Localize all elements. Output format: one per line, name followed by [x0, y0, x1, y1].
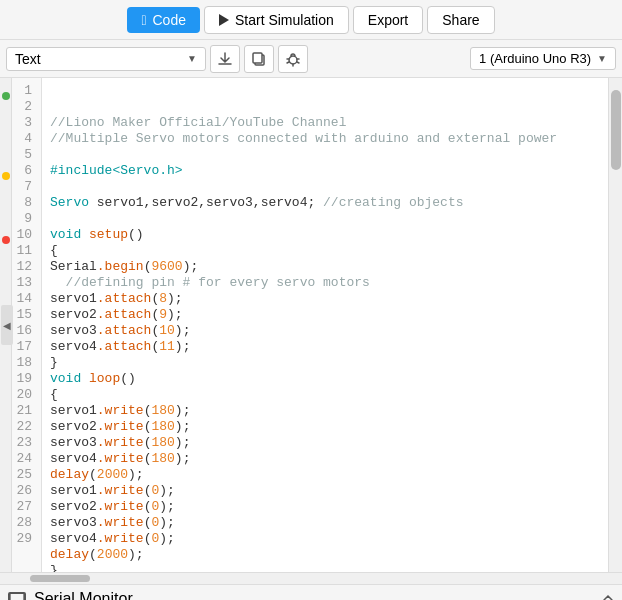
copy-button[interactable]	[244, 45, 274, 73]
text-mode-label: Text	[15, 51, 41, 67]
code-line[interactable]: servo3.write(0);	[50, 515, 600, 531]
line-number: 5	[12, 147, 36, 163]
line-number: 29	[12, 531, 36, 547]
line-number: 10	[12, 227, 36, 243]
code-line[interactable]: Serial.begin(9600);	[50, 259, 600, 275]
code-line[interactable]: servo2.write(0);	[50, 499, 600, 515]
code-line[interactable]: servo2.attach(9);	[50, 307, 600, 323]
line-number: 4	[12, 131, 36, 147]
line-marker	[0, 440, 11, 456]
code-line[interactable]: //defining pin # for every servo motors	[50, 275, 600, 291]
line-number: 21	[12, 403, 36, 419]
serial-expand-icon[interactable]	[602, 590, 614, 601]
simulate-label: Start Simulation	[235, 12, 334, 28]
line-marker	[0, 152, 11, 168]
code-line[interactable]: servo3.write(180);	[50, 435, 600, 451]
line-number: 3	[12, 115, 36, 131]
code-line[interactable]: }	[50, 355, 600, 371]
code-line[interactable]: servo3.attach(10);	[50, 323, 600, 339]
line-number: 27	[12, 499, 36, 515]
share-button[interactable]: Share	[427, 6, 494, 34]
editor-toolbar: Text ▼ 1 (Arduino Uno R3) ▼	[0, 40, 622, 78]
line-marker	[0, 344, 11, 360]
line-marker	[0, 280, 11, 296]
line-number: 25	[12, 467, 36, 483]
code-label: Code	[153, 12, 186, 28]
serial-monitor-bar[interactable]: Serial Monitor	[0, 584, 622, 600]
line-number: 14	[12, 291, 36, 307]
simulate-button[interactable]: Start Simulation	[204, 6, 349, 34]
line-marker	[0, 264, 11, 280]
line-marker	[0, 184, 11, 200]
code-button[interactable]:  Code	[127, 7, 200, 33]
line-number: 9	[12, 211, 36, 227]
line-marker	[0, 456, 11, 472]
text-mode-select[interactable]: Text ▼	[6, 47, 206, 71]
line-number: 6	[12, 163, 36, 179]
collapse-icon: ◀	[3, 320, 11, 331]
code-line[interactable]: servo1.write(0);	[50, 483, 600, 499]
code-line[interactable]: {	[50, 243, 600, 259]
code-line[interactable]: servo4.write(180);	[50, 451, 600, 467]
line-marker	[0, 248, 11, 264]
play-icon	[219, 14, 229, 26]
line-number: 7	[12, 179, 36, 195]
code-content[interactable]: //Liono Maker Official/YouTube Channel//…	[42, 78, 608, 572]
scrollbar-thumb[interactable]	[611, 90, 621, 170]
line-marker	[0, 168, 11, 184]
chevron-down-icon: ▼	[597, 53, 607, 64]
download-button[interactable]	[210, 45, 240, 73]
line-number: 1	[12, 83, 36, 99]
board-select[interactable]: 1 (Arduino Uno R3) ▼	[470, 47, 616, 70]
right-scrollbar[interactable]	[608, 78, 622, 572]
export-button[interactable]: Export	[353, 6, 423, 34]
code-line[interactable]: servo2.write(180);	[50, 419, 600, 435]
line-number: 17	[12, 339, 36, 355]
code-line[interactable]	[50, 211, 600, 227]
main-toolbar:  Code Start Simulation Export Share	[0, 0, 622, 40]
horizontal-scrollbar-thumb[interactable]	[30, 575, 90, 582]
line-number: 22	[12, 419, 36, 435]
code-line[interactable]: servo1.write(180);	[50, 403, 600, 419]
export-label: Export	[368, 12, 408, 28]
code-line[interactable]: servo4.write(0);	[50, 531, 600, 547]
bug-button[interactable]	[278, 45, 308, 73]
copy-icon	[251, 51, 267, 67]
line-number: 26	[12, 483, 36, 499]
code-line[interactable]: delay(2000);	[50, 467, 600, 483]
line-marker	[0, 536, 11, 552]
code-line[interactable]: void setup()	[50, 227, 600, 243]
bottom-scrollbar[interactable]	[0, 572, 622, 584]
line-marker	[0, 120, 11, 136]
code-line[interactable]: }	[50, 563, 600, 572]
collapse-arrow[interactable]: ◀	[1, 305, 13, 345]
line-marker	[0, 88, 11, 104]
line-number: 2	[12, 99, 36, 115]
code-line[interactable]: //Liono Maker Official/YouTube Channel	[50, 115, 600, 131]
svg-rect-1	[253, 53, 262, 63]
code-editor: ◀ 12345678910111213141516171819202122232…	[0, 78, 622, 572]
code-line[interactable]: #include<Servo.h>	[50, 163, 600, 179]
code-line[interactable]	[50, 147, 600, 163]
serial-monitor-label: Serial Monitor	[34, 590, 133, 601]
board-label: 1 (Arduino Uno R3)	[479, 51, 591, 66]
code-line[interactable]: servo1.attach(8);	[50, 291, 600, 307]
line-marker	[0, 488, 11, 504]
svg-rect-3	[10, 592, 24, 600]
code-icon: 	[141, 12, 146, 28]
line-marker	[0, 136, 11, 152]
code-line[interactable]: {	[50, 387, 600, 403]
line-marker	[0, 472, 11, 488]
code-line[interactable]: Servo servo1,servo2,servo3,servo4; //cre…	[50, 195, 600, 211]
scrollbar-track	[30, 574, 608, 583]
code-line[interactable]: servo4.attach(11);	[50, 339, 600, 355]
code-line[interactable]	[50, 179, 600, 195]
code-line[interactable]: delay(2000);	[50, 547, 600, 563]
code-line[interactable]: void loop()	[50, 371, 600, 387]
line-number: 15	[12, 307, 36, 323]
line-marker	[0, 376, 11, 392]
line-number: 11	[12, 243, 36, 259]
bug-icon	[285, 51, 301, 67]
code-line[interactable]: //Multiple Servo motors connected with a…	[50, 131, 600, 147]
line-number: 23	[12, 435, 36, 451]
